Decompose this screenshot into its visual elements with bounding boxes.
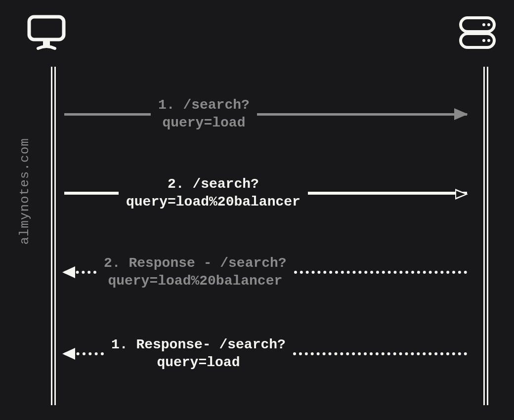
arrow-left-icon xyxy=(64,352,104,355)
server-icon xyxy=(458,15,497,53)
arrow-right-icon xyxy=(257,113,467,116)
svg-rect-0 xyxy=(29,17,64,40)
client-monitor-icon xyxy=(27,15,66,53)
message-text-4: 1. Response- /search? query=load xyxy=(104,336,293,372)
svg-point-6 xyxy=(482,39,485,42)
message-request-1: 1. /search? query=load xyxy=(64,96,467,132)
message-response-2: 2. Response - /search? query=load%20bala… xyxy=(64,254,467,291)
arrow-right-icon xyxy=(308,192,467,195)
arrow-segment xyxy=(293,352,467,355)
message-request-2: 2. /search? query=load%20balancer xyxy=(64,175,467,211)
svg-point-7 xyxy=(487,39,490,42)
watermark-text: almynotes.com xyxy=(17,138,32,245)
svg-point-5 xyxy=(487,23,490,26)
arrow-segment xyxy=(64,192,119,195)
message-text-3: 2. Response - /search? query=load%20bala… xyxy=(96,254,294,291)
message-text-2: 2. /search? query=load%20balancer xyxy=(119,175,308,211)
svg-point-4 xyxy=(482,23,485,26)
arrow-left-icon xyxy=(64,271,96,274)
message-text-1: 1. /search? query=load xyxy=(151,96,257,132)
arrow-segment xyxy=(294,271,467,274)
arrow-segment xyxy=(64,113,151,116)
message-response-1: 1. Response- /search? query=load xyxy=(64,336,467,372)
